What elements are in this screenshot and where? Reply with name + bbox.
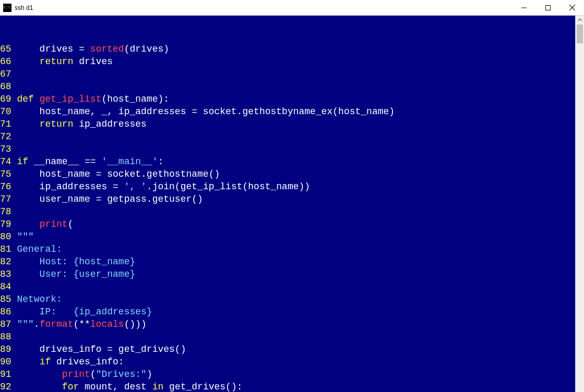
code-token bbox=[17, 219, 39, 229]
code-token bbox=[17, 357, 39, 367]
line-number: 69 bbox=[0, 93, 11, 105]
line-number: 81 bbox=[0, 243, 11, 255]
editor[interactable]: 65 drives = sorted(drives)66 return driv… bbox=[0, 16, 575, 392]
code-line: 88 bbox=[0, 330, 575, 343]
code-line: 65 drives = sorted(drives) bbox=[0, 43, 575, 55]
code-line: 77 user_name = getpass.getuser() bbox=[0, 193, 575, 205]
code-token: __name__ == bbox=[28, 156, 101, 167]
code-line: 89 drives_info = get_drives() bbox=[0, 343, 575, 356]
scroll-thumb[interactable] bbox=[577, 24, 583, 43]
code-token: if bbox=[17, 156, 28, 167]
code-token: locals bbox=[90, 319, 124, 329]
code-line: 92 for mount, dest in get_drives(): bbox=[0, 381, 575, 392]
line-number: 71 bbox=[0, 118, 11, 130]
code-line: 70 host_name, _, ip_addresses = socket.g… bbox=[0, 105, 575, 118]
code-line: 69 def get_ip_list(host_name): bbox=[0, 93, 575, 105]
code-line: 75 host_name = socket.gethostname() bbox=[0, 168, 575, 180]
code-token: General: bbox=[17, 244, 62, 254]
code-token: "Drives:" bbox=[96, 369, 147, 379]
line-number: 68 bbox=[0, 80, 11, 93]
code-line: 67 bbox=[0, 68, 575, 80]
scroll-up-button[interactable] bbox=[576, 16, 584, 24]
code-line: 86 IP: {ip_addresses} bbox=[0, 305, 575, 318]
terminal-client-area: 65 drives = sorted(drives)66 return driv… bbox=[0, 16, 584, 392]
line-number: 82 bbox=[0, 255, 11, 268]
code-token: user_name = getpass.getuser() bbox=[17, 194, 202, 204]
code-token: '__main__' bbox=[101, 156, 158, 167]
close-button[interactable] bbox=[560, 0, 584, 16]
code-token: host_name = socket.gethostname() bbox=[17, 169, 220, 179]
code-token: print bbox=[62, 369, 90, 379]
code-token: sorted bbox=[90, 44, 124, 54]
code-token: ())) bbox=[124, 319, 147, 329]
line-number: 83 bbox=[0, 268, 11, 280]
code-token: .join(get_ip_list(host_name)) bbox=[147, 181, 310, 192]
code-token: get_drives(): bbox=[163, 382, 242, 392]
code-token: host_name, _, ip_addresses = socket.geth… bbox=[17, 106, 395, 117]
chevron-up-icon bbox=[578, 18, 582, 22]
code-line: 83 User: {user_name} bbox=[0, 268, 575, 280]
code-line: 82 Host: {host_name} bbox=[0, 255, 575, 268]
code-token: ( bbox=[90, 369, 96, 379]
code-line: 91 print("Drives:") bbox=[0, 368, 575, 381]
code-token: get_ip_list bbox=[40, 94, 102, 104]
code-line: 68 bbox=[0, 80, 575, 93]
code-token: for bbox=[62, 382, 79, 392]
code-line: 90 if drives_info: bbox=[0, 356, 575, 368]
minimize-icon bbox=[521, 5, 527, 10]
svg-rect-0 bbox=[546, 5, 551, 10]
line-number: 72 bbox=[0, 130, 11, 143]
code-token: ) bbox=[147, 369, 152, 379]
window-title: ssh d1 bbox=[15, 4, 33, 11]
code-token: (host_name): bbox=[101, 94, 169, 104]
code-line: 81 General: bbox=[0, 243, 575, 255]
scroll-track[interactable] bbox=[576, 24, 584, 392]
code-token: Network: bbox=[17, 294, 62, 304]
line-number: 90 bbox=[0, 356, 11, 368]
line-number: 78 bbox=[0, 205, 11, 218]
code-line: 71 return ip_addresses bbox=[0, 118, 575, 130]
code-token: IP: {ip_addresses} bbox=[17, 307, 152, 317]
code-token: def bbox=[17, 94, 39, 104]
code-line: 74 if __name__ == '__main__': bbox=[0, 155, 575, 168]
code-line: 87 """.format(**locals())) bbox=[0, 318, 575, 330]
line-number: 73 bbox=[0, 143, 11, 155]
line-number: 77 bbox=[0, 193, 11, 205]
maximize-button[interactable] bbox=[536, 0, 560, 16]
line-number: 89 bbox=[0, 343, 11, 356]
code-token: if bbox=[40, 357, 51, 367]
code-token: Host: {host_name} bbox=[17, 256, 135, 267]
line-number: 67 bbox=[0, 68, 11, 80]
line-number: 65 bbox=[0, 43, 11, 55]
line-number: 79 bbox=[0, 218, 11, 230]
line-number: 76 bbox=[0, 180, 11, 193]
line-number: 85 bbox=[0, 293, 11, 305]
line-number: 86 bbox=[0, 305, 11, 318]
code-token: . bbox=[34, 319, 40, 329]
line-number: 74 bbox=[0, 155, 11, 168]
code-token: ip_addresses = bbox=[17, 181, 124, 192]
line-number: 66 bbox=[0, 55, 11, 68]
code-token: (** bbox=[73, 319, 90, 329]
code-token: drives_info: bbox=[51, 357, 124, 367]
code-token bbox=[17, 382, 62, 392]
code-token: drives bbox=[73, 56, 113, 67]
vertical-scrollbar[interactable] bbox=[575, 16, 584, 392]
code-token: """ bbox=[17, 319, 33, 329]
maximize-icon bbox=[545, 5, 551, 10]
line-number: 88 bbox=[0, 330, 11, 343]
minimize-button[interactable] bbox=[512, 0, 536, 16]
code-token: in bbox=[152, 382, 164, 392]
code-token: return bbox=[40, 56, 74, 67]
code-token bbox=[17, 369, 62, 379]
code-token: (drives) bbox=[124, 44, 169, 54]
line-number: 91 bbox=[0, 368, 11, 381]
line-number: 80 bbox=[0, 230, 11, 243]
line-number: 75 bbox=[0, 168, 11, 180]
code-token bbox=[17, 56, 39, 67]
code-token bbox=[17, 119, 39, 129]
code-token: mount, dest bbox=[79, 382, 152, 392]
code-line: 66 return drives bbox=[0, 55, 575, 68]
code-line: 79 print( bbox=[0, 218, 575, 230]
code-line: 73 bbox=[0, 143, 575, 155]
